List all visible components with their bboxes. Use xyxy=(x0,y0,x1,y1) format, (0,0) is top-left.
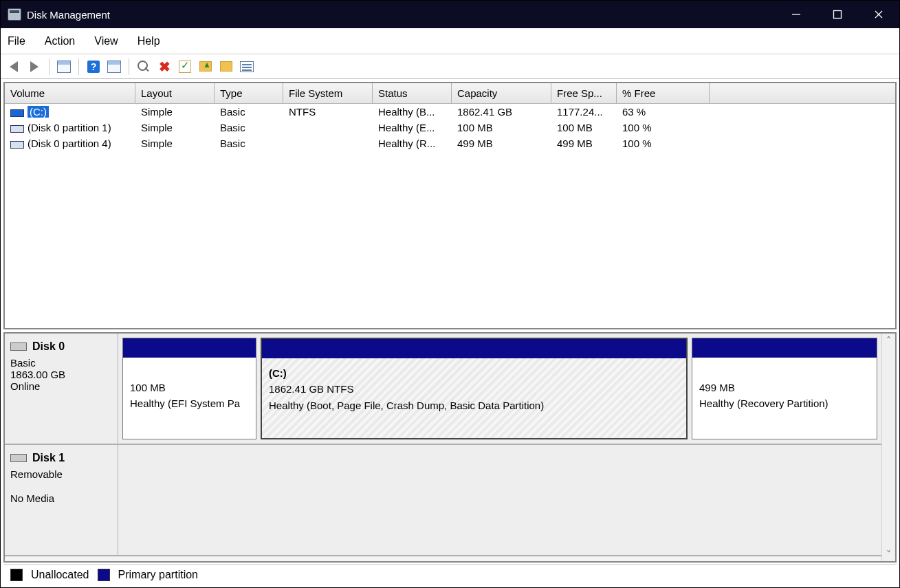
volume-row[interactable]: (Disk 0 partition 1)SimpleBasicHealthy (… xyxy=(5,120,895,135)
app-icon xyxy=(8,8,21,21)
menu-bar: File Action View Help xyxy=(1,28,899,54)
disk-1-info[interactable]: Disk 1 Removable No Media xyxy=(5,445,118,555)
cell-layout: Simple xyxy=(135,104,215,120)
disk-0-partitions: 100 MBHealthy (EFI System Pa(C:)1862.41 … xyxy=(118,334,895,444)
col-volume[interactable]: Volume xyxy=(5,83,135,103)
partition-size: 100 MB xyxy=(130,380,249,395)
partition-status: Healthy (Recovery Partition) xyxy=(699,395,870,411)
disk-0-title: Disk 0 xyxy=(32,340,65,353)
refresh-button[interactable] xyxy=(135,58,153,76)
show-hide-console-tree-button[interactable] xyxy=(55,58,73,76)
panel-right-icon xyxy=(107,61,121,73)
cell-free: 100 MB xyxy=(551,120,617,135)
volume-icon xyxy=(10,141,24,149)
cell-status: Healthy (B... xyxy=(373,104,452,120)
cell-type: Basic xyxy=(215,135,283,151)
list-icon xyxy=(240,61,254,72)
menu-view[interactable]: View xyxy=(94,35,118,47)
settings-button[interactable] xyxy=(238,58,256,76)
volume-row[interactable]: (Disk 0 partition 4)SimpleBasicHealthy (… xyxy=(5,135,895,151)
folder-up-icon: ▲ xyxy=(199,61,212,72)
magnifier-icon xyxy=(138,61,150,73)
col-free-space[interactable]: Free Sp... xyxy=(551,83,617,103)
partition[interactable]: 100 MBHealthy (EFI System Pa xyxy=(122,338,256,439)
volume-list[interactable]: Volume Layout Type File System Status Ca… xyxy=(3,82,897,329)
scroll-down-icon[interactable]: ˅ xyxy=(882,547,895,561)
disk-1-partitions xyxy=(118,445,895,555)
cell-fs xyxy=(283,120,373,135)
legend-unallocated-swatch xyxy=(10,569,23,581)
disk-row-0: Disk 0 Basic 1863.00 GB Online 100 MBHea… xyxy=(5,334,895,445)
explore-button[interactable] xyxy=(217,58,235,76)
arrow-right-icon xyxy=(30,61,39,72)
toolbar-separator xyxy=(49,58,50,75)
menu-action[interactable]: Action xyxy=(45,35,75,47)
disk-row-1: Disk 1 Removable No Media xyxy=(5,445,895,556)
help-icon: ? xyxy=(87,61,100,73)
help-button[interactable]: ? xyxy=(85,58,102,76)
partition[interactable]: 499 MBHealthy (Recovery Partition) xyxy=(692,338,877,439)
cell-layout: Simple xyxy=(135,120,215,135)
cell-capacity: 1862.41 GB xyxy=(452,104,551,120)
delete-icon: ✖ xyxy=(159,58,171,75)
disk-1-status: No Media xyxy=(10,492,112,504)
disk-0-size: 1863.00 GB xyxy=(10,369,112,380)
cell-type: Basic xyxy=(215,104,283,120)
volume-row[interactable]: (C:)SimpleBasicNTFSHealthy (B...1862.41 … xyxy=(5,104,895,120)
partition-status: Healthy (Boot, Page File, Crash Dump, Ba… xyxy=(269,398,679,413)
delete-button[interactable]: ✖ xyxy=(155,58,173,76)
cell-pct: 100 % xyxy=(617,120,710,135)
cell-capacity: 499 MB xyxy=(452,135,551,151)
properties-button[interactable] xyxy=(176,58,194,76)
partition-header-stripe xyxy=(262,339,686,358)
col-status[interactable]: Status xyxy=(373,83,452,103)
col-capacity[interactable]: Capacity xyxy=(452,83,551,103)
volume-name: (C:) xyxy=(28,106,49,118)
check-icon xyxy=(179,61,191,73)
partition-size: 1862.41 GB NTFS xyxy=(269,381,679,397)
col-type[interactable]: Type xyxy=(215,83,283,103)
export-button[interactable]: ▲ xyxy=(197,58,215,76)
back-button[interactable] xyxy=(5,58,23,76)
folder-search-icon xyxy=(220,61,232,72)
menu-help[interactable]: Help xyxy=(138,35,160,47)
scroll-up-icon[interactable]: ˄ xyxy=(882,334,895,347)
partition-size: 499 MB xyxy=(699,380,870,395)
disk-graphical-view: Disk 0 Basic 1863.00 GB Online 100 MBHea… xyxy=(3,332,897,563)
cell-fs xyxy=(283,135,373,151)
maximize-button[interactable] xyxy=(817,1,858,28)
menu-file[interactable]: File xyxy=(8,35,25,47)
vertical-scrollbar[interactable]: ˄ ˅ xyxy=(881,334,895,561)
cell-type: Basic xyxy=(215,120,283,135)
show-hide-action-pane-button[interactable] xyxy=(105,58,123,76)
partition-status: Healthy (EFI System Pa xyxy=(130,395,249,411)
legend-unallocated-label: Unallocated xyxy=(31,569,89,581)
cell-status: Healthy (R... xyxy=(373,135,452,151)
volume-name: (Disk 0 partition 4) xyxy=(28,138,111,149)
disk-0-status: Online xyxy=(10,380,112,392)
volume-name: (Disk 0 partition 1) xyxy=(28,122,111,133)
minimize-button[interactable] xyxy=(776,1,817,28)
partition[interactable]: (C:)1862.41 GB NTFSHealthy (Boot, Page F… xyxy=(261,338,688,439)
disk-0-info[interactable]: Disk 0 Basic 1863.00 GB Online xyxy=(5,334,118,444)
svg-rect-1 xyxy=(834,11,842,19)
cell-free: 1177.24... xyxy=(551,104,617,120)
partition-name: (C:) xyxy=(269,365,679,381)
forward-button[interactable] xyxy=(25,58,43,76)
close-button[interactable] xyxy=(858,1,899,28)
col-filesystem[interactable]: File System xyxy=(283,83,373,103)
toolbar: ? ✖ ▲ xyxy=(1,54,899,79)
col-layout[interactable]: Layout xyxy=(135,83,215,103)
toolbar-separator xyxy=(78,58,79,75)
volume-icon xyxy=(10,125,24,133)
col-percent-free[interactable]: % Free xyxy=(617,83,710,103)
legend-bar: Unallocated Primary partition xyxy=(3,564,897,585)
window-title: Disk Management xyxy=(27,9,110,21)
panel-icon xyxy=(57,61,71,73)
cell-layout: Simple xyxy=(135,135,215,151)
window-controls xyxy=(776,1,899,28)
volume-icon xyxy=(10,109,24,117)
partition-header-stripe xyxy=(123,338,256,358)
disk-1-title: Disk 1 xyxy=(32,452,65,464)
arrow-left-icon xyxy=(10,61,18,72)
